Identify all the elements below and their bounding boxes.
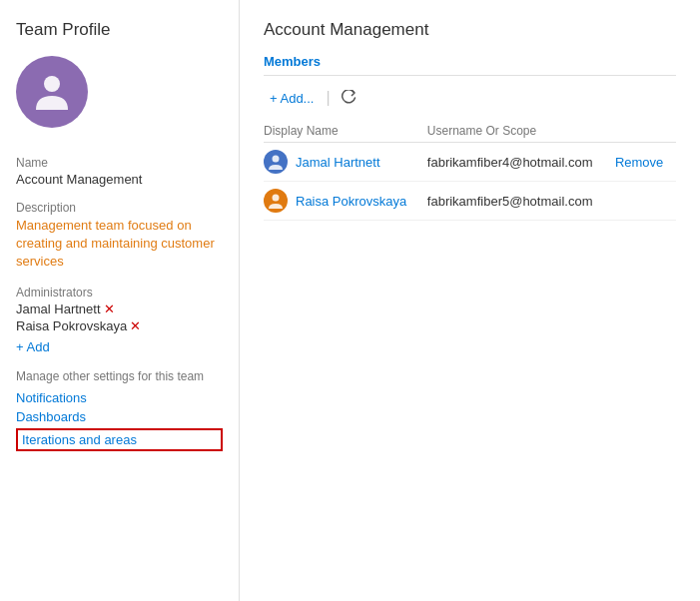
settings-link-notifications[interactable]: Notifications (16, 390, 223, 405)
admin-name-1: Raisa Pokrovskaya (16, 318, 127, 333)
toolbar-separator: | (326, 89, 330, 107)
settings-link-dashboards[interactable]: Dashboards (16, 409, 223, 424)
admin-entry-1: Raisa Pokrovskaya ✕ (16, 318, 223, 333)
left-panel: Team Profile Name Account Management Des… (0, 0, 240, 601)
administrators-label: Administrators (16, 286, 223, 300)
add-member-button[interactable]: + Add... (264, 87, 320, 110)
section-divider (264, 75, 676, 76)
member-action-cell-1 (615, 182, 676, 221)
remove-admin-1-button[interactable]: ✕ (130, 318, 141, 333)
add-member-label: + Add... (270, 91, 314, 106)
svg-point-1 (273, 156, 280, 163)
member-name-link-1[interactable]: Raisa Pokrovskaya (296, 194, 406, 209)
description-value: Management team focused on creating and … (16, 217, 223, 272)
manage-settings-label: Manage other settings for this team (16, 368, 223, 385)
member-email-0: fabrikamfiber4@hotmail.com (427, 143, 615, 182)
add-admin-link[interactable]: + Add (16, 339, 223, 354)
name-label: Name (16, 156, 223, 170)
refresh-button[interactable] (337, 86, 360, 110)
team-name-value: Account Management (16, 172, 223, 187)
page-title: Account Management (264, 20, 676, 40)
settings-link-iterations-areas[interactable]: Iterations and areas (16, 428, 223, 451)
admin-entry-0: Jamal Hartnett ✕ (16, 301, 223, 316)
left-panel-title: Team Profile (16, 20, 223, 40)
team-avatar-icon (30, 70, 74, 114)
col-actions (615, 120, 676, 143)
refresh-icon (341, 90, 356, 106)
table-header-row: Display Name Username Or Scope (264, 120, 676, 143)
member-name-cell-0: Jamal Hartnett (264, 143, 427, 182)
members-section-label: Members (264, 54, 676, 69)
col-username-scope: Username Or Scope (427, 120, 615, 143)
member-avatar-1 (264, 189, 288, 213)
admin-name-0: Jamal Hartnett (16, 301, 101, 316)
description-label: Description (16, 201, 223, 215)
member-name-cell-1: Raisa Pokrovskaya (264, 182, 427, 221)
member-email-1: fabrikamfiber5@hotmail.com (427, 182, 615, 221)
table-row: Jamal Hartnettfabrikamfiber4@hotmail.com… (264, 143, 676, 182)
svg-point-2 (273, 195, 280, 202)
right-panel: Account Management Members + Add... | Di… (240, 0, 700, 601)
member-action-cell-0: Remove (615, 143, 676, 182)
members-table: Display Name Username Or Scope Jamal Har… (264, 120, 676, 221)
toolbar: + Add... | (264, 86, 676, 110)
svg-point-0 (44, 76, 60, 92)
remove-member-button-0[interactable]: Remove (615, 155, 663, 170)
member-name-link-0[interactable]: Jamal Hartnett (296, 155, 380, 170)
member-avatar-0 (264, 150, 288, 174)
team-avatar (16, 56, 88, 128)
col-display-name: Display Name (264, 120, 427, 143)
table-row: Raisa Pokrovskayafabrikamfiber5@hotmail.… (264, 182, 676, 221)
remove-admin-0-button[interactable]: ✕ (104, 301, 115, 316)
